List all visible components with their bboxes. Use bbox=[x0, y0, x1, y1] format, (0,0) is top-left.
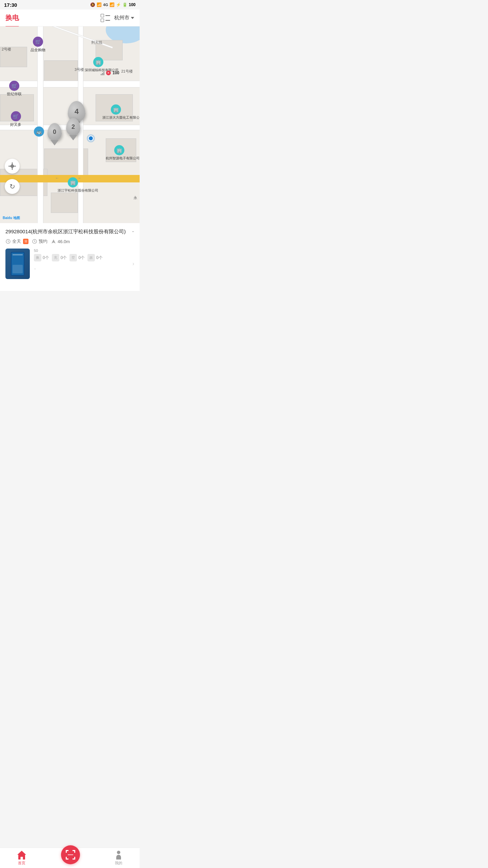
marker-haoyouduo-label: 好又多 bbox=[10, 122, 21, 127]
navigation-icon bbox=[51, 239, 56, 244]
slot-kong: 空 0个 bbox=[69, 254, 85, 261]
signal-4g-icon: 4G bbox=[103, 3, 108, 7]
status-icons: 🔕 📶 4G 📶 ⚡ 🔋 100 bbox=[90, 2, 136, 7]
slot-icon-kong: 空 bbox=[69, 254, 77, 261]
distance-tag: 46.0m bbox=[51, 239, 70, 244]
marker-pinquan-label: 品全购物 bbox=[30, 47, 45, 53]
mute-icon: 🔕 bbox=[90, 2, 95, 7]
slot-count-gu: 0个 bbox=[96, 255, 103, 261]
marker-pinquan[interactable]: 🛒 品全购物 bbox=[30, 37, 45, 53]
slot-icon-huan: 换 bbox=[34, 254, 41, 261]
reservation-tag: 预约 bbox=[32, 238, 47, 244]
nav-title: 换电 bbox=[5, 13, 19, 22]
marker-zhejiang-label: 浙江浙大方圆化工有限公司 bbox=[102, 115, 129, 120]
bus-stop-marker[interactable]: 🚌 bbox=[34, 126, 44, 137]
city-selector[interactable]: 杭州市 bbox=[114, 15, 134, 21]
marker-hangzhou-label: 杭州智源电子有限公司 bbox=[106, 156, 133, 161]
building-block bbox=[51, 193, 78, 213]
hours-label: 全天 bbox=[12, 238, 21, 244]
slots-row: 换 0个 充 0个 空 0个 故 0个 bbox=[34, 254, 127, 261]
marker-zhejiang[interactable]: 🏢 浙江浙大方圆化工有限公司 bbox=[102, 104, 129, 120]
slot-count-huan: 0个 bbox=[43, 255, 49, 261]
bottom-dash: - bbox=[34, 265, 127, 273]
grid-sq2 bbox=[101, 19, 104, 22]
marker-shiji[interactable]: 🛒 世纪华联 bbox=[7, 81, 22, 97]
building-icon-3: 🏢 bbox=[114, 145, 124, 155]
marker-shiji-label: 世纪华联 bbox=[7, 92, 22, 97]
label-jingdaxian: 荆大线 bbox=[91, 40, 102, 45]
grid-line2 bbox=[105, 20, 110, 21]
building-icon-4: 🏢 bbox=[68, 177, 78, 188]
slot-icon-gu: 故 bbox=[87, 254, 95, 261]
pin-marker-0[interactable]: 0 bbox=[47, 123, 62, 141]
grid-line1 bbox=[105, 15, 110, 16]
history-icon: ↻ bbox=[9, 182, 15, 191]
building-icon: 🏢 bbox=[93, 57, 103, 67]
history-button[interactable]: ↻ bbox=[5, 179, 20, 194]
status-time: 17:30 bbox=[4, 2, 17, 8]
info-tags-row: 全天 营 预约 46.0m bbox=[5, 238, 134, 244]
marker-hangzhou[interactable]: 🏢 杭州智源电子有限公司 bbox=[106, 145, 133, 161]
signal-bars-icon: 📶 bbox=[109, 2, 115, 7]
reservation-label: 预约 bbox=[39, 238, 47, 244]
city-name: 杭州市 bbox=[114, 15, 129, 21]
signal-bar-icon bbox=[101, 71, 104, 75]
map-container[interactable]: ← → 21号楼 2号楼 3号楼 荆大线 永 🛒 品全购物 🛒 世纪华联 🛒 好… bbox=[0, 26, 140, 223]
grid-list-icon[interactable] bbox=[101, 14, 110, 22]
dash-label: - bbox=[132, 228, 134, 235]
slots-info: 50 换 0个 充 0个 空 0个 故 0个 - bbox=[34, 249, 127, 279]
battery-icon: 🔋 bbox=[122, 2, 127, 7]
battery-percent: 100 bbox=[129, 2, 136, 7]
marker-yusong-label: 浙江宇松科技股份有限公司 bbox=[58, 188, 88, 193]
grid-sq1 bbox=[101, 14, 104, 17]
locate-button[interactable] bbox=[5, 159, 20, 174]
signal-value: 100 bbox=[113, 71, 119, 75]
chevron-down-icon bbox=[131, 17, 134, 19]
shopping-icon-3: 🛒 bbox=[11, 111, 21, 121]
baidu-logo: Baidu 地图 bbox=[3, 216, 20, 220]
preview-arrow: › bbox=[131, 249, 134, 279]
marker-haoyouduo[interactable]: 🛒 好又多 bbox=[10, 111, 21, 127]
battery-station-graphic bbox=[11, 252, 24, 276]
info-body: 50 换 0个 充 0个 空 0个 故 0个 - bbox=[5, 249, 134, 279]
pin-marker-2[interactable]: 2 bbox=[66, 118, 80, 136]
pin-body-2: 2 bbox=[66, 118, 80, 136]
crosshair-circle bbox=[11, 164, 14, 168]
营业-badge: 营 bbox=[23, 239, 28, 244]
slot-gu: 故 0个 bbox=[87, 254, 103, 261]
info-panel: 299280014(杭州市余杭区浙江宇松科技股份有限公司) - 全天 营 bbox=[0, 223, 140, 291]
slot-count-chong: 0个 bbox=[61, 255, 67, 261]
slot-count-kong: 0个 bbox=[78, 255, 85, 261]
top-nav: 换电 杭州市 bbox=[0, 9, 140, 26]
nav-right: 杭州市 bbox=[101, 14, 134, 22]
charging-icon: ⚡ bbox=[116, 2, 121, 7]
slot-prefix: 50 bbox=[34, 249, 127, 253]
clock-icon bbox=[5, 239, 11, 244]
label-21hao: 21号楼 bbox=[121, 69, 133, 74]
slot-icon-chong: 充 bbox=[52, 254, 59, 261]
crosshair-icon bbox=[8, 162, 16, 170]
slot-huan: 换 0个 bbox=[34, 254, 49, 261]
station-name: 299280014(杭州市余杭区浙江宇松科技股份有限公司) bbox=[5, 228, 126, 235]
shopping-icon-2: 🛒 bbox=[9, 81, 19, 91]
slot-chong: 充 0个 bbox=[52, 254, 67, 261]
wifi-icon: 📶 bbox=[97, 2, 102, 7]
hours-tag: 全天 营 bbox=[5, 238, 28, 244]
road-vertical bbox=[37, 26, 43, 223]
bus-icon: 🚌 bbox=[36, 129, 42, 134]
user-location-dot bbox=[88, 136, 94, 141]
clock-icon-2 bbox=[32, 239, 37, 244]
ying-char: 营 bbox=[24, 239, 27, 244]
status-bar: 17:30 🔕 📶 4G 📶 ⚡ 🔋 100 bbox=[0, 0, 140, 9]
right-arrow-icon: › bbox=[133, 261, 134, 267]
label-2hao: 2号楼 bbox=[2, 47, 11, 52]
marker-yusong[interactable]: 🏢 浙江宇松科技股份有限公司 bbox=[58, 177, 88, 193]
signal-overlay: ✕ 100 bbox=[101, 71, 119, 75]
signal-x-icon: ✕ bbox=[106, 71, 111, 75]
shopping-icon: 🛒 bbox=[33, 37, 43, 47]
pin-body-0: 0 bbox=[47, 123, 62, 141]
label-3hao: 3号楼 bbox=[75, 67, 84, 72]
distance-label: 46.0m bbox=[58, 239, 70, 244]
building-icon-2: 🏢 bbox=[111, 104, 121, 115]
station-image[interactable] bbox=[5, 249, 30, 279]
